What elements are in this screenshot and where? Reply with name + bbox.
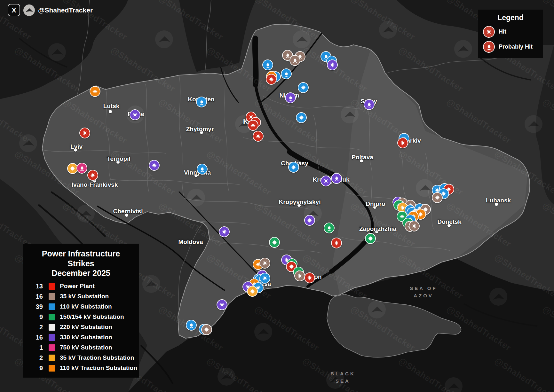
- strike-marker-s35-hit[interactable]: [294, 270, 305, 281]
- hit-star-icon: [262, 260, 268, 266]
- hit-star-icon: [400, 140, 406, 146]
- flame-icon: [486, 44, 492, 50]
- stat-row: 1635 kV Substation: [29, 293, 133, 300]
- city-dot: [109, 110, 112, 113]
- strike-marker-s110-hit[interactable]: [298, 82, 309, 93]
- city-label-zhytomyr: Zhytomyr: [186, 126, 214, 133]
- flame-icon: [199, 166, 205, 172]
- stat-row: 235 kV Traction Substation: [29, 354, 133, 362]
- stat-color-swatch: [49, 355, 55, 361]
- strike-marker-s330-hit[interactable]: [130, 109, 140, 120]
- map-canvas: @ShahedTracker@ShahedTracker@ShahedTrack…: [0, 0, 554, 392]
- strike-marker-pp-hit[interactable]: [397, 137, 408, 148]
- stat-label: 35 kV Traction Substation: [60, 354, 134, 361]
- stats-panel-title: Power Infrastructure Strikes December 20…: [29, 249, 133, 278]
- hit-star-icon: [291, 164, 297, 170]
- strike-marker-s330-prob[interactable]: [364, 99, 375, 110]
- hit-star-icon: [307, 217, 313, 223]
- sea-label: BLACKSEA: [330, 370, 355, 385]
- stat-color-swatch: [49, 293, 55, 300]
- stat-color-swatch: [49, 303, 55, 310]
- strike-marker-s35-prob[interactable]: [289, 55, 300, 66]
- strike-marker-s110-hit[interactable]: [259, 273, 270, 284]
- strike-marker-s110-prob[interactable]: [186, 320, 197, 331]
- strike-marker-s330-hit[interactable]: [304, 215, 315, 226]
- hit-icon: [483, 26, 495, 38]
- strike-marker-t35-hit[interactable]: [247, 286, 258, 297]
- legend-item: Hit: [483, 26, 538, 38]
- strike-marker-s110-prob[interactable]: [197, 164, 208, 175]
- strike-marker-s35-hit[interactable]: [432, 192, 443, 203]
- strike-marker-s110-hit[interactable]: [288, 162, 299, 173]
- strike-marker-pp-hit[interactable]: [266, 74, 277, 85]
- strike-marker-s330-prob[interactable]: [331, 173, 342, 184]
- stats-rows: 13Power Plant1635 kV Substation39110 kV …: [29, 283, 133, 372]
- legend-item: Probably Hit: [483, 41, 538, 53]
- stat-count: 9: [29, 313, 43, 321]
- strike-marker-s110-prob[interactable]: [281, 68, 292, 79]
- stat-label: 110 kV Traction Substation: [60, 365, 137, 372]
- city-label-lutsk: Lutsk: [103, 103, 120, 110]
- hit-star-icon: [297, 273, 303, 279]
- strike-marker-s110-prob[interactable]: [262, 59, 273, 70]
- stat-row: 16330 kV Substation: [29, 334, 133, 341]
- strike-marker-s330-hit[interactable]: [217, 299, 227, 310]
- strike-marker-pp-hit[interactable]: [79, 128, 90, 138]
- stat-count: 39: [29, 303, 43, 310]
- strike-marker-pp-hit[interactable]: [253, 131, 264, 142]
- city-label-luhansk: Luhansk: [486, 197, 511, 204]
- stat-color-swatch: [49, 283, 55, 290]
- stat-row: 39110 kV Substation: [29, 303, 133, 310]
- stat-label: 150/154 kV Substation: [60, 313, 124, 320]
- strike-marker-s35-hit[interactable]: [409, 221, 420, 231]
- x-twitter-logo-icon: X: [8, 4, 20, 16]
- strike-marker-s110-hit[interactable]: [296, 112, 307, 123]
- stat-color-swatch: [49, 334, 55, 341]
- hit-star-icon: [221, 229, 227, 235]
- stats-title-line2: December 2025: [29, 268, 133, 278]
- hit-star-icon: [219, 302, 225, 308]
- strike-marker-s110-prob[interactable]: [196, 97, 207, 107]
- stat-count: 16: [29, 293, 43, 300]
- flame-icon: [199, 99, 205, 105]
- hit-star-icon: [249, 288, 255, 294]
- city-label-ternopil: Ternopil: [107, 155, 131, 162]
- shahed-drone-logo-icon: [23, 4, 35, 16]
- strike-marker-pp-hit[interactable]: [248, 120, 258, 131]
- strike-marker-s35-hit[interactable]: [201, 324, 212, 335]
- stat-count: 16: [29, 334, 43, 341]
- strike-marker-s330-hit[interactable]: [219, 226, 230, 237]
- hit-star-icon: [334, 240, 339, 246]
- hit-star-icon: [300, 85, 306, 90]
- stat-color-swatch: [49, 314, 55, 320]
- strike-marker-s330-hit[interactable]: [149, 160, 160, 171]
- strike-marker-s750-prob[interactable]: [76, 163, 87, 174]
- city-label-lviv: Lviv: [70, 143, 83, 150]
- flame-icon: [366, 102, 372, 108]
- stat-label: 750 kV Substation: [60, 344, 112, 351]
- hit-star-icon: [255, 133, 261, 139]
- stat-label: 330 kV Substation: [60, 334, 112, 341]
- city-label-zaporizhzhia: Zaporizhzhia: [359, 225, 396, 232]
- strike-marker-s330-hit[interactable]: [327, 59, 338, 70]
- strike-marker-pp-hit[interactable]: [304, 272, 315, 283]
- city-label-kropyvnytskyi: Kropyvnytskyi: [279, 199, 321, 206]
- strike-marker-s330-prob[interactable]: [285, 92, 296, 103]
- strike-marker-s150-hit[interactable]: [365, 233, 376, 244]
- strike-marker-t110-hit[interactable]: [90, 86, 100, 97]
- probably-hit-icon: [483, 41, 495, 53]
- hit-star-icon: [250, 122, 256, 128]
- stat-color-swatch: [49, 344, 55, 351]
- strike-marker-pp-hit[interactable]: [87, 170, 98, 181]
- city-label-poltava: Poltava: [352, 154, 373, 161]
- strike-marker-pp-hit[interactable]: [331, 238, 342, 248]
- hit-star-icon: [268, 76, 274, 82]
- hit-star-icon: [92, 89, 98, 94]
- strike-marker-s150-prob[interactable]: [324, 223, 335, 233]
- hit-star-icon: [70, 166, 75, 171]
- strike-marker-s35-hit[interactable]: [259, 258, 270, 269]
- flame-icon: [326, 225, 332, 231]
- strike-marker-s330-hit[interactable]: [321, 176, 331, 186]
- flame-icon: [79, 165, 85, 171]
- strike-marker-s150-hit[interactable]: [269, 237, 280, 248]
